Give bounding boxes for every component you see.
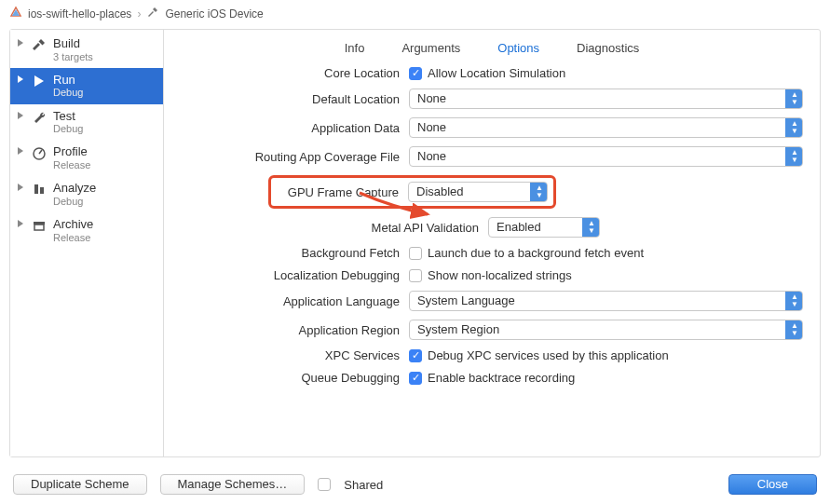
application-data-label: Application Data — [181, 121, 400, 135]
options-panel: Info Arguments Options Diagnostics Core … — [164, 30, 820, 456]
tab-options[interactable]: Options — [497, 41, 539, 55]
xcode-project-icon — [9, 6, 22, 21]
disclosure-triangle-icon[interactable] — [18, 36, 25, 47]
sidebar-item-profile[interactable]: ProfileRelease — [10, 140, 163, 176]
sidebar-item-label: Test — [53, 109, 83, 124]
scheme-sidebar: Build3 targets RunDebug TestDebug Profil… — [10, 30, 164, 456]
localization-debug-label: Localization Debugging — [181, 268, 400, 282]
queue-debugging-label: Queue Debugging — [181, 371, 400, 385]
hammer-icon — [31, 36, 48, 52]
sidebar-item-sub: Release — [53, 159, 90, 171]
gpu-frame-capture-select[interactable]: Disabled▲▼ — [408, 182, 548, 202]
sidebar-item-label: Build — [53, 36, 93, 51]
sidebar-item-sub: Debug — [53, 196, 96, 208]
sidebar-item-label: Run — [53, 73, 83, 88]
disclosure-triangle-icon[interactable] — [18, 73, 25, 83]
disclosure-triangle-icon[interactable] — [18, 217, 25, 227]
archive-icon — [31, 217, 48, 233]
sidebar-item-archive[interactable]: ArchiveRelease — [10, 212, 163, 249]
metal-validation-select[interactable]: Enabled▲▼ — [488, 217, 600, 238]
analyze-icon — [31, 181, 48, 197]
gauge-icon — [31, 144, 48, 160]
svg-rect-4 — [34, 225, 44, 230]
duplicate-scheme-button[interactable]: Duplicate Scheme — [13, 474, 147, 495]
tab-info[interactable]: Info — [345, 41, 365, 55]
close-button[interactable]: Close — [728, 474, 817, 495]
svg-rect-2 — [40, 187, 44, 194]
sidebar-item-label: Archive — [53, 217, 93, 232]
sidebar-item-sub: Debug — [53, 87, 83, 99]
footer-bar: Duplicate Scheme Manage Schemes… Shared … — [0, 465, 830, 504]
sidebar-item-analyze[interactable]: AnalyzeDebug — [10, 176, 163, 212]
sidebar-item-run[interactable]: RunDebug — [10, 68, 163, 104]
xpc-services-text: Debug XPC services used by this applicat… — [428, 348, 669, 362]
background-fetch-label: Background Fetch — [181, 246, 400, 260]
breadcrumb-target[interactable]: Generic iOS Device — [165, 7, 263, 20]
default-location-select[interactable]: None▲▼ — [409, 89, 803, 109]
gpu-frame-capture-label: GPU Frame Capture — [277, 185, 399, 199]
sidebar-item-sub: 3 targets — [53, 51, 93, 63]
sidebar-item-sub: Debug — [53, 123, 83, 135]
breadcrumb-separator: › — [137, 7, 141, 20]
default-location-label: Default Location — [181, 92, 400, 106]
queue-debugging-checkbox[interactable]: ✓ — [409, 372, 422, 385]
tab-bar: Info Arguments Options Diagnostics — [181, 37, 803, 66]
routing-file-label: Routing App Coverage File — [181, 150, 400, 164]
metal-validation-label: Metal API Validation — [181, 221, 479, 235]
tab-diagnostics[interactable]: Diagnostics — [577, 41, 639, 55]
manage-schemes-button[interactable]: Manage Schemes… — [160, 474, 306, 495]
breadcrumb: ios-swift-hello-places › Generic iOS Dev… — [0, 0, 830, 27]
breadcrumb-project[interactable]: ios-swift-hello-places — [28, 7, 131, 20]
xpc-services-checkbox[interactable]: ✓ — [409, 349, 422, 362]
hammer-icon — [146, 6, 159, 21]
application-region-select[interactable]: System Region▲▼ — [409, 320, 803, 340]
routing-file-select[interactable]: None▲▼ — [409, 146, 803, 167]
shared-label: Shared — [344, 478, 383, 492]
wrench-icon — [31, 109, 48, 125]
sidebar-item-sub: Release — [53, 232, 93, 244]
play-icon — [31, 73, 48, 89]
disclosure-triangle-icon[interactable] — [18, 144, 25, 155]
svg-rect-1 — [34, 184, 38, 194]
application-language-label: Application Language — [181, 294, 400, 308]
core-location-label: Core Location — [181, 66, 400, 80]
allow-location-sim-checkbox[interactable]: ✓ — [409, 67, 422, 80]
background-fetch-checkbox[interactable] — [409, 247, 422, 260]
application-region-label: Application Region — [181, 323, 400, 337]
queue-debugging-text: Enable backtrace recording — [428, 371, 575, 385]
sidebar-item-build[interactable]: Build3 targets — [10, 32, 163, 68]
scheme-editor-frame: Build3 targets RunDebug TestDebug Profil… — [9, 29, 821, 457]
localization-debug-checkbox[interactable] — [409, 269, 422, 282]
sidebar-item-label: Profile — [53, 144, 90, 159]
disclosure-triangle-icon[interactable] — [18, 109, 25, 119]
application-data-select[interactable]: None▲▼ — [409, 117, 803, 138]
allow-location-sim-label: Allow Location Simulation — [428, 66, 565, 80]
tab-arguments[interactable]: Arguments — [401, 41, 460, 55]
sidebar-item-test[interactable]: TestDebug — [10, 104, 163, 141]
disclosure-triangle-icon[interactable] — [18, 181, 25, 191]
highlight-annotation: GPU Frame Capture Disabled▲▼ — [268, 175, 556, 209]
application-language-select[interactable]: System Language▲▼ — [409, 291, 803, 311]
background-fetch-text: Launch due to a background fetch event — [428, 246, 644, 260]
xpc-services-label: XPC Services — [181, 348, 400, 362]
localization-debug-text: Show non-localized strings — [428, 268, 572, 282]
sidebar-item-label: Analyze — [53, 181, 96, 196]
shared-checkbox[interactable] — [318, 478, 331, 491]
